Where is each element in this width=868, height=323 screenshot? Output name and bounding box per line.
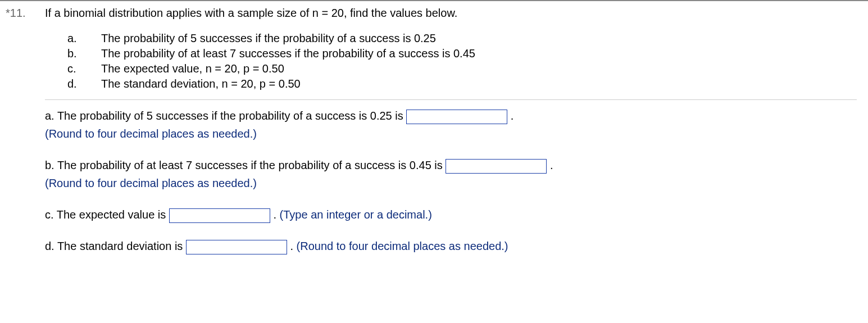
subpart-label: d.: [67, 76, 101, 92]
question-page: *11. If a binomial distribution applies …: [0, 0, 868, 280]
answer-block-d: d. The standard deviation is . (Round to…: [45, 237, 857, 255]
question-number-text: 11.: [10, 7, 26, 19]
answer-block-a: a. The probability of 5 successes if the…: [45, 107, 857, 143]
question-number: *11.: [6, 7, 45, 20]
answer-block-c: c. The expected value is . (Type an inte…: [45, 206, 857, 224]
subpart-text: The probability of at least 7 successes …: [101, 46, 475, 61]
answer-prompt: a. The probability of 5 successes if the…: [45, 110, 406, 122]
list-item: d. The standard deviation, n = 20, p = 0…: [67, 76, 475, 92]
question-body: If a binomial distribution applies with …: [45, 7, 868, 269]
question-row: *11. If a binomial distribution applies …: [0, 7, 868, 269]
answer-prompt: c. The expected value is: [45, 208, 169, 221]
answer-prompt: b. The probability of at least 7 success…: [45, 159, 446, 171]
answer-punct: .: [273, 208, 279, 221]
answer-hint: (Type an integer or a decimal.): [280, 208, 432, 221]
list-item: c. The expected value, n = 20, p = 0.50: [67, 61, 475, 76]
answer-punct: .: [550, 159, 553, 171]
answer-prompt: d. The standard deviation is: [45, 240, 186, 252]
answer-block-b: b. The probability of at least 7 success…: [45, 156, 857, 192]
subpart-list: a. The probability of 5 successes if the…: [67, 31, 475, 92]
subpart-text: The standard deviation, n = 20, p = 0.50: [101, 76, 475, 92]
list-item: a. The probability of 5 successes if the…: [67, 31, 475, 46]
list-item: b. The probability of at least 7 success…: [67, 46, 475, 61]
answer-input-b[interactable]: [446, 159, 547, 174]
answer-hint: (Round to four decimal places as needed.…: [45, 174, 857, 192]
answer-hint: (Round to four decimal places as needed.…: [297, 240, 508, 252]
subpart-label: a.: [67, 31, 101, 46]
answer-punct: .: [290, 240, 296, 252]
divider: [45, 99, 857, 100]
question-stem: If a binomial distribution applies with …: [45, 7, 857, 20]
subpart-text: The expected value, n = 20, p = 0.50: [101, 61, 475, 76]
answer-hint: (Round to four decimal places as needed.…: [45, 125, 857, 143]
subpart-text: The probability of 5 successes if the pr…: [101, 31, 475, 46]
answer-punct: .: [511, 110, 514, 122]
answer-input-a[interactable]: [406, 110, 507, 124]
answer-input-d[interactable]: [186, 240, 287, 254]
subpart-label: c.: [67, 61, 101, 76]
subpart-label: b.: [67, 46, 101, 61]
unanswered-star-icon: *: [6, 7, 10, 19]
answer-input-c[interactable]: [169, 208, 270, 223]
